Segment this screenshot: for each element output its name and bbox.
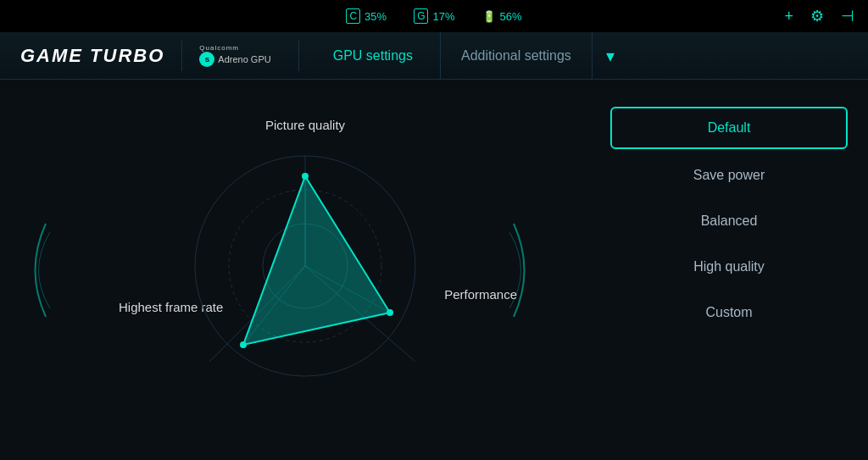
divider xyxy=(181,41,182,71)
tab-gpu-label: GPU settings xyxy=(333,48,413,64)
exit-icon[interactable]: ⊣ xyxy=(841,7,854,25)
settings-panel: DefaultSave powerBalancedHigh qualityCus… xyxy=(610,93,848,446)
chart-label-top: Picture quality xyxy=(265,118,345,132)
gpu-icon: G xyxy=(414,8,428,24)
tab-additional-label: Additional settings xyxy=(461,48,571,64)
brand-area: GAME TURBO Qualcomm S Adreno GPU xyxy=(0,41,292,71)
nav-divider-1 xyxy=(298,41,299,71)
adreno-label: Adreno GPU xyxy=(218,54,270,64)
settings-option-high-quality[interactable]: High quality xyxy=(610,247,848,286)
settings-option-custom[interactable]: Custom xyxy=(610,293,848,332)
settings-option-save-power[interactable]: Save power xyxy=(610,156,848,195)
settings-option-balanced[interactable]: Balanced xyxy=(610,202,848,241)
adreno-area: S Adreno GPU xyxy=(199,52,270,67)
radar-svg xyxy=(153,135,458,406)
cpu-value: 35% xyxy=(364,10,387,23)
radar-chart: Picture quality Highest frame rate Perfo… xyxy=(127,118,483,423)
settings-option-default[interactable]: Default xyxy=(610,107,848,149)
battery-icon: 🔋 xyxy=(482,10,496,23)
nav-tabs: GPU settings Additional settings ▾ xyxy=(306,32,868,80)
left-deco-icon xyxy=(20,215,50,325)
battery-value: 56% xyxy=(500,10,522,23)
qualcomm-logo: Qualcomm S Adreno GPU xyxy=(199,44,270,67)
gear-icon[interactable]: ⚙ xyxy=(810,7,824,25)
main-content: Picture quality Highest frame rate Perfo… xyxy=(0,80,868,460)
snapdragon-icon: S xyxy=(199,52,214,67)
chart-area: Picture quality Highest frame rate Perfo… xyxy=(20,93,590,446)
brand-title: GAME TURBO xyxy=(20,45,164,67)
battery-status: 🔋 56% xyxy=(482,10,522,23)
cpu-status: C 35% xyxy=(346,8,387,24)
tab-gpu-settings[interactable]: GPU settings xyxy=(306,32,441,80)
qualcomm-text: Qualcomm xyxy=(199,44,239,52)
cpu-icon: C xyxy=(346,8,360,24)
right-deco-icon xyxy=(509,215,539,325)
status-bar: C 35% G 17% 🔋 56% + ⚙ ⊣ xyxy=(0,0,868,32)
gpu-status: G 17% xyxy=(414,8,454,24)
svg-marker-16 xyxy=(243,176,390,345)
gpu-value: 17% xyxy=(432,10,454,23)
add-icon[interactable]: + xyxy=(784,8,793,25)
header: GAME TURBO Qualcomm S Adreno GPU GPU set… xyxy=(0,32,868,80)
status-bar-actions: + ⚙ ⊣ xyxy=(784,7,854,25)
chevron-down-icon[interactable]: ▾ xyxy=(593,46,628,66)
tab-additional-settings[interactable]: Additional settings xyxy=(441,32,593,80)
